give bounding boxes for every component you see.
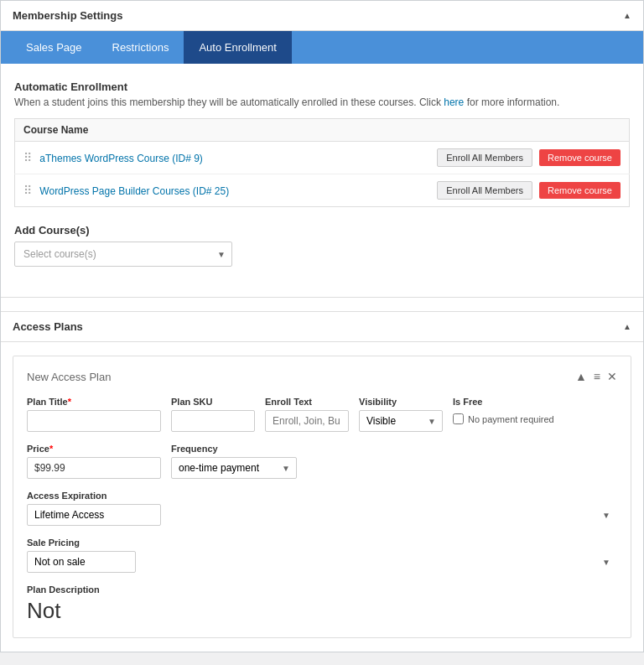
is-free-label: Is Free <box>453 397 554 407</box>
plan-title-group: Plan Title* <box>27 397 161 432</box>
remove-course-btn-2[interactable]: Remove course <box>539 182 621 199</box>
remove-course-btn-1[interactable]: Remove course <box>539 149 621 166</box>
add-course-section: Add Course(s) Select course(s) ▼ <box>14 224 630 267</box>
course-select[interactable]: Select course(s) <box>14 242 232 267</box>
course-link-1[interactable]: aThemes WordPress Course (ID# 9) <box>39 153 203 164</box>
plan-fields-row-1: Plan Title* Plan SKU Enroll Text Visibil… <box>27 397 617 432</box>
enroll-all-members-btn-2[interactable]: Enroll All Members <box>437 181 532 200</box>
frequency-select[interactable]: one-time payment monthly yearly <box>171 457 297 479</box>
sale-pricing-select[interactable]: Not on sale On sale <box>27 551 136 573</box>
auto-enrollment-title: Automatic Enrollment <box>14 81 630 93</box>
plan-sku-group: Plan SKU <box>171 397 255 432</box>
course-table: Course Name ⠿ aThemes WordPress Course (… <box>14 118 630 207</box>
table-row: ⠿ WordPress Page Builder Courses (ID# 25… <box>15 174 630 207</box>
plan-sku-label: Plan SKU <box>171 397 255 407</box>
access-exp-arrow-icon: ▼ <box>602 511 610 520</box>
enroll-text-label: Enroll Text <box>265 397 349 407</box>
access-exp-select[interactable]: Lifetime Access Limited <box>27 504 161 526</box>
add-course-label: Add Course(s) <box>14 224 630 236</box>
here-link[interactable]: here <box>444 96 464 108</box>
access-plans-title: Access Plans <box>13 320 83 333</box>
drag-handle-1[interactable]: ⠿ <box>23 151 32 164</box>
sale-pricing-arrow-icon: ▼ <box>602 558 610 567</box>
plan-menu-icon[interactable]: ≡ <box>594 370 600 383</box>
access-plans-header: Access Plans ▲ <box>1 311 643 342</box>
access-plans-collapse-icon[interactable]: ▲ <box>623 322 631 331</box>
plan-description-group: Plan Description Not <box>27 584 617 624</box>
tab-restrictions[interactable]: Restrictions <box>97 31 184 64</box>
tab-auto-enrollment[interactable]: Auto Enrollment <box>184 31 292 64</box>
price-freq-row: Price* $99.99 Frequency one-time payment… <box>27 444 617 479</box>
course-link-2[interactable]: WordPress Page Builder Courses (ID# 25) <box>39 185 229 197</box>
price-group: Price* $99.99 <box>27 444 161 479</box>
membership-settings-header: Membership Settings ▲ <box>1 1 643 31</box>
visibility-select[interactable]: Visible Hidden <box>359 410 443 432</box>
visibility-label: Visibility <box>359 397 443 407</box>
access-expiration-row: Access Expiration Lifetime Access Limite… <box>27 491 617 526</box>
sale-pricing-row: Sale Pricing Not on sale On sale ▼ <box>27 538 617 573</box>
plan-desc-label: Plan Description <box>27 584 617 595</box>
course-select-wrapper: Select course(s) ▼ <box>14 242 232 267</box>
collapse-icon[interactable]: ▲ <box>623 11 631 20</box>
plan-up-icon[interactable]: ▲ <box>575 370 587 383</box>
frequency-group: Frequency one-time payment monthly yearl… <box>171 444 297 479</box>
tab-sales-page[interactable]: Sales Page <box>11 31 97 64</box>
frequency-label: Frequency <box>171 444 297 454</box>
not-text: Not <box>27 598 617 624</box>
plan-card-title: New Access Plan <box>27 371 111 383</box>
sale-pricing-label: Sale Pricing <box>27 538 617 548</box>
plan-close-icon[interactable]: ✕ <box>607 370 617 383</box>
enroll-text-input[interactable] <box>265 410 349 432</box>
price-label: Price* <box>27 444 161 454</box>
plan-title-input[interactable] <box>27 410 161 432</box>
enroll-all-members-btn-1[interactable]: Enroll All Members <box>437 148 532 167</box>
price-input[interactable]: $99.99 <box>27 457 161 479</box>
enroll-text-group: Enroll Text <box>265 397 349 432</box>
visibility-group: Visibility Visible Hidden ▼ <box>359 397 443 432</box>
is-free-group: Is Free No payment required <box>453 397 554 424</box>
plan-title-label: Plan Title* <box>27 397 161 407</box>
membership-settings-title: Membership Settings <box>13 9 122 22</box>
auto-enrollment-content: Automatic Enrollment When a student join… <box>1 64 643 283</box>
new-access-plan-card: New Access Plan ▲ ≡ ✕ Plan Title* Plan S… <box>13 356 631 638</box>
is-free-checkbox[interactable] <box>453 413 464 424</box>
plan-card-header: New Access Plan ▲ ≡ ✕ <box>27 370 617 383</box>
is-free-checkbox-label: No payment required <box>468 414 554 424</box>
course-table-header: Course Name <box>15 119 339 142</box>
auto-enrollment-desc: When a student joins this membership the… <box>14 96 630 108</box>
access-exp-label: Access Expiration <box>27 491 617 501</box>
plan-sku-input[interactable] <box>171 410 255 432</box>
drag-handle-2[interactable]: ⠿ <box>23 184 32 197</box>
table-row: ⠿ aThemes WordPress Course (ID# 9) Enrol… <box>15 142 630 174</box>
tab-bar: Sales Page Restrictions Auto Enrollment <box>1 31 643 64</box>
